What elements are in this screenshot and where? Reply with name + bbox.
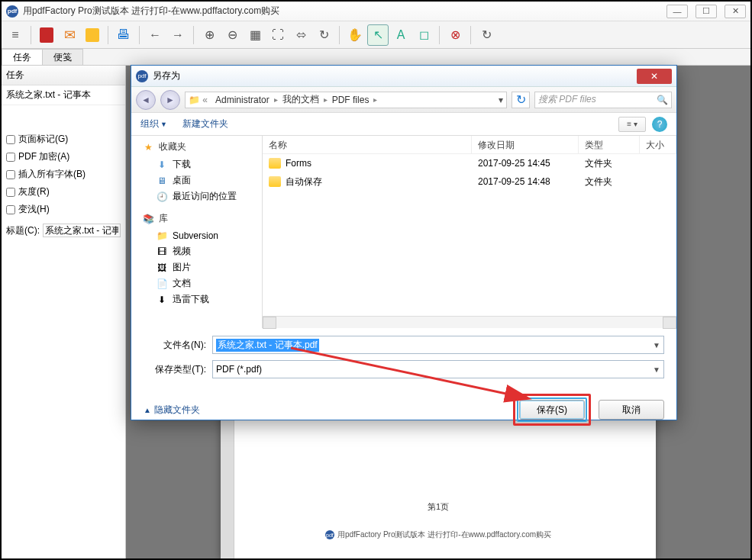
side-tabs: 任务 便笺 [2,49,750,66]
print-button[interactable]: 🖶 [113,24,134,46]
nav-refresh-button[interactable]: ↻ [512,92,530,108]
file-list: 名称 修改日期 类型 大小 Forms 2017-09-25 14:45 文件夹… [263,136,676,328]
dialog-title: 另存为 [153,69,180,82]
save-pdf-button[interactable] [36,24,57,46]
col-type[interactable]: 类型 [579,136,640,153]
close-button[interactable]: ✕ [725,5,746,18]
search-icon[interactable]: 🔍 [657,95,668,105]
check-page-marks[interactable]: 页面标记(G) [6,133,121,146]
tree-subversion[interactable]: 📁Subversion [139,228,254,243]
folder-icon [269,176,281,187]
window-title: 用pdfFactory Pro测试版本 进行打印-在www.pdffactory… [23,5,279,18]
dialog-icon: pdf [136,70,148,82]
tree-recent[interactable]: 🕘最近访问的位置 [139,188,254,204]
col-size[interactable]: 大小 [640,136,676,153]
page-number: 第1页 [221,501,656,513]
file-row[interactable]: Forms 2017-09-25 14:45 文件夹 [263,154,676,172]
search-input[interactable]: 搜索 PDF files 🔍 [534,92,672,108]
refresh-icon[interactable]: ↻ [476,24,497,46]
filetype-select[interactable]: PDF (*.pdf) ▼ [212,360,664,378]
filetype-label: 保存类型(T): [144,363,206,376]
page-footer: pdf用pdfFactory Pro测试版本 进行打印-在www.pdffact… [221,529,656,540]
maximize-button[interactable]: ☐ [696,5,717,18]
delete-tool-icon[interactable]: ⊗ [444,24,466,46]
library-icon: 📚 [142,213,154,225]
filename-input[interactable]: 系统之家.txt - 记事本.pdf ▼ [212,336,664,354]
forward-icon[interactable]: → [167,24,189,46]
folder-icon [269,158,281,169]
check-invert[interactable]: 变浅(H) [6,203,121,216]
fit-width-icon[interactable]: ⬄ [290,24,311,46]
hide-folders-link[interactable]: ▲隐藏文件夹 [144,404,200,417]
tab-tasks[interactable]: 任务 [2,49,43,65]
back-icon[interactable]: ← [144,24,166,46]
text-tool-icon[interactable]: A [390,24,412,46]
tree-pictures[interactable]: 🖼图片 [139,259,254,275]
marquee-tool-icon[interactable]: ◻ [413,24,434,46]
breadcrumb-seg-admin[interactable]: Administrator [211,95,274,105]
breadcrumb[interactable]: 📁 « Administrator▸ 我的文档▸ PDF files▸ ▾ [185,92,507,108]
main-toolbar: ≡ ✉ 🖶 ← → ⊕ ⊖ ▦ ⛶ ⬄ ↻ ✋ ↖ A ◻ ⊗ ↻ [2,21,750,49]
fit-page-icon[interactable]: ⛶ [267,24,289,46]
horizontal-scrollbar[interactable] [263,316,676,328]
document-item[interactable]: 系统之家.txt - 记事本 [2,85,125,105]
cancel-button[interactable]: 取消 [599,400,664,420]
word-button[interactable] [82,24,103,46]
main-titlebar: pdf 用pdfFactory Pro测试版本 进行打印-在www.pdffac… [2,2,750,21]
tree-desktop[interactable]: 🖥桌面 [139,172,254,188]
new-folder-button[interactable]: 新建文件夹 [182,117,228,130]
col-date[interactable]: 修改日期 [472,136,579,153]
organize-button[interactable]: 组织 ▼ [140,117,167,130]
save-button[interactable]: 保存(S) [519,400,585,420]
tree-thunder[interactable]: ⬇迅雷下载 [139,291,254,307]
breadcrumb-seg-pdf[interactable]: PDF files [328,95,374,105]
dropdown-icon[interactable]: ▼ [653,341,660,349]
breadcrumb-seg-docs[interactable]: 我的文档 [278,93,324,106]
check-embed-fonts[interactable]: 插入所有字体(B) [6,168,121,181]
email-button[interactable]: ✉ [59,24,80,46]
zoom-out-icon[interactable]: ⊖ [221,24,243,46]
help-button[interactable]: ? [652,117,667,132]
col-name[interactable]: 名称 [263,136,472,153]
tree-documents[interactable]: 📄文档 [139,275,254,291]
dropdown-icon[interactable]: ▼ [653,365,660,374]
thumbnails-icon[interactable]: ▦ [244,24,266,46]
star-icon: ★ [142,141,154,153]
title-input[interactable] [43,224,121,237]
save-as-dialog: pdf 另存为 ✕ ◄ ► 📁 « Administrator▸ 我的文档▸ P… [131,65,677,420]
panel-header: 任务 [2,66,125,85]
check-pdf-encrypt[interactable]: PDF 加密(A) [6,150,121,163]
title-label: 标题(C): [6,224,40,237]
file-row[interactable]: 自动保存 2017-09-25 14:48 文件夹 [263,172,676,191]
zoom-in-icon[interactable]: ⊕ [198,24,220,46]
tree-downloads[interactable]: ⬇下载 [139,156,254,172]
nav-forward-button[interactable]: ► [160,90,180,110]
tab-notes[interactable]: 便笺 [42,49,83,65]
folder-tree: ★收藏夹 ⬇下载 🖥桌面 🕘最近访问的位置 📚库 📁Subversion 🎞视频… [131,136,263,328]
dialog-close-button[interactable]: ✕ [637,69,672,84]
hand-tool-icon[interactable]: ✋ [344,24,366,46]
app-icon: pdf [6,5,18,18]
minimize-button[interactable]: — [666,5,688,18]
tree-video[interactable]: 🎞视频 [139,243,254,259]
check-grayscale[interactable]: 灰度(R) [6,185,121,198]
menu-icon[interactable]: ≡ [5,24,26,46]
left-panel: 任务 系统之家.txt - 记事本 页面标记(G) PDF 加密(A) 插入所有… [2,66,126,558]
select-tool-icon[interactable]: ↖ [367,24,389,46]
view-mode-button[interactable]: ≡ ▾ [618,117,646,132]
rotate-icon[interactable]: ↻ [313,24,334,46]
nav-back-button[interactable]: ◄ [136,90,156,110]
filename-label: 文件名(N): [144,339,206,352]
